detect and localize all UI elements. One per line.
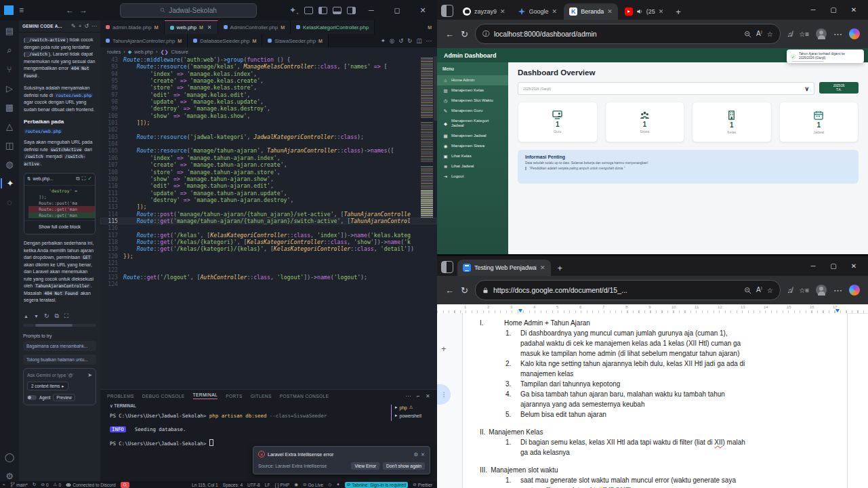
maximize-button[interactable]: ◻ [387,6,407,15]
close-tab-icon[interactable]: ✕ [659,8,664,15]
settings-more-icon[interactable]: ⋯ [833,29,842,39]
redo-icon[interactable]: ↻ [407,37,412,44]
panel-tab-gitlens[interactable]: GITLENS [251,394,272,399]
status-item[interactable]: ◉ [294,482,298,487]
horizontal-scrollbar[interactable] [23,324,96,327]
minimap[interactable] [421,58,433,274]
close-tab-icon[interactable]: ✕ [552,8,558,15]
split-editor-icon[interactable]: ◫ [416,37,421,44]
breadcrumb-folder[interactable]: routes [107,49,121,55]
editor-tab-kelaskategoricontroller-php[interactable]: KelasKategoriController.php [291,20,375,34]
refresh-icon[interactable]: ↻ [461,285,468,296]
browser-essentials-icon[interactable]: ♫̸ [787,30,793,38]
stat-card-guru[interactable]: 1Guru [518,102,598,142]
code-line[interactable]: 112 'destroy' => 'manage.tahun-ajaran.de… [100,197,437,203]
code-line[interactable]: 110 'edit' => 'manage.tahun-ajaran.edit'… [100,182,437,189]
more-icon[interactable]: ⋯ [426,37,432,44]
code-line[interactable]: 115 Route::get('manage/tahun-ajaran/{tah… [100,218,437,224]
status-item[interactable]: ⊘Tabnine: Sign-in is required [345,482,408,488]
terminal-process-powershell[interactable]: ▸powershell [395,413,434,418]
docker-icon[interactable]: ◍ [1,159,18,169]
code-line[interactable]: 117 Route::get('/kelas', [KelasKategoriC… [100,232,437,239]
status-item[interactable]: ⊘0 [41,482,48,487]
code-line[interactable]: 101 ]]); [100,119,437,126]
code-line[interactable]: 97 'edit' => 'manage.kelas.edit', [100,92,437,98]
stat-card-jadwal[interactable]: 1Jadwal [779,102,859,142]
close-button[interactable]: ✕ [844,262,864,270]
breadcrumb-file[interactable]: web.php [134,49,153,55]
tab-google[interactable]: Google✕ [512,3,563,20]
code-line[interactable]: 119 Route::get('/kelas/{kategori}/{kelas… [100,245,437,252]
terminal-process-php[interactable]: ▸php⚠ [395,405,434,410]
terminal-section-label[interactable]: ∨ TERMINAL [100,402,437,409]
close-tab-icon[interactable]: ✕ [500,8,505,15]
more-icon[interactable]: ⋯ [91,23,97,29]
sidebar-item-manajemen-kategori-jadwal[interactable]: ◆Manajemen Kategori Jadwal [437,116,508,131]
status-item[interactable]: ◇ [328,482,331,487]
file-link[interactable]: routes/web.php [54,93,93,98]
source-control-icon[interactable]: ⑂ [1,64,18,75]
terminal-output[interactable]: PS C:\Users\User\Jadwal-Sekolah> php art… [100,409,437,447]
code-line[interactable]: 100 'show' => 'manage.kelas.show', [100,113,437,119]
copilot-icon[interactable] [849,28,860,39]
tab-docs[interactable]: Testing Web Penjadwalan - Goog ✕ [457,260,551,276]
code-line[interactable]: 93 Route::resource('manage/kelas', Manag… [100,63,437,70]
code-line[interactable]: 103 Route::resource('jadwal-kategori', J… [100,134,437,140]
new-tab-button[interactable]: + [552,263,569,273]
status-item[interactable]: Ln 115, Col 1 [192,483,218,487]
close-button[interactable]: ✕ [413,6,433,15]
minimize-button[interactable]: ─ [803,262,823,270]
code-line[interactable]: 121 [100,260,437,266]
extensions-icon[interactable]: ▦ [1,102,18,113]
sparkle-icon[interactable]: ✦ [381,37,386,44]
code-line[interactable]: 96 'store' => 'manage.kelas.store', [100,84,437,91]
expand-icon[interactable]: ⛶ [64,312,68,320]
close-icon[interactable]: ✕ [421,451,425,458]
toggle-secondary-sidebar-icon[interactable] [347,7,356,14]
close-panel-icon[interactable]: ✕ [426,393,430,399]
code-line[interactable]: 102 [100,126,437,133]
code-line[interactable]: 106 'index' => 'manage.tahun-ajaran.inde… [100,155,437,161]
settings-more-icon[interactable]: ⋯ [833,285,842,296]
url-field[interactable]: ⓘ localhost:8000/dashboard/admin A) ☆ [475,24,781,44]
copy-icon[interactable]: ⧉ [76,176,80,183]
status-item[interactable]: LF [265,483,270,487]
account-icon[interactable]: ◯ [1,452,18,462]
status-item[interactable]: ↻ [33,482,37,487]
tab-zayzay9[interactable]: zayzay9✕ [457,3,511,20]
close-tab-icon[interactable]: ✕ [540,264,545,271]
status-item[interactable]: ⚠0 [54,482,62,487]
settings-icon[interactable]: ⚙ [1,471,18,481]
chat-icon[interactable]: ◌ [1,197,18,207]
maximize-button[interactable]: ▢ [823,6,844,14]
code-editor[interactable]: 43Route::middleware('auth:web')->group(f… [100,56,437,390]
tahun-ajaran-badge-button[interactable]: 2025/26 T.A. [819,82,859,94]
stat-card-siswa[interactable]: 1Siswa [605,102,685,142]
sidebar-item-manajemen-guru[interactable]: ✎Manajemen Guru [437,106,508,116]
copy-icon[interactable]: ⧉ [54,312,58,320]
maximize-button[interactable]: ▢ [823,262,844,270]
testing-icon[interactable]: △ [1,121,18,131]
close-button[interactable]: ✕ [844,6,864,14]
open-icon[interactable]: ⛶ [82,176,86,183]
status-item[interactable]: ⊘Prettier [413,482,432,487]
code-line[interactable]: 109 'show' => 'manage.tahun-ajaran.show'… [100,176,437,182]
search-icon[interactable]: ⌕ [1,45,18,56]
status-item[interactable]: UTF-8 [247,483,260,487]
show-full-code-button[interactable]: Show full code block [24,220,95,235]
sidebar-item-manajemen-siswa[interactable]: ◉Manajemen Siswa [437,141,508,151]
context-items-button[interactable]: 2 context items▸ [27,382,68,390]
code-line[interactable]: 94 'index' => 'manage.kelas.index', [100,70,437,77]
close-tab-icon[interactable]: ✕ [207,24,212,30]
editor-tab-databaseseeder-php[interactable]: DatabaseSeeder.phpM [188,34,262,47]
collapse-icon[interactable]: ⇅ [27,176,30,183]
database-icon[interactable]: ◫ [1,140,18,150]
editor-tab-tahunajarancontroller-php[interactable]: TahunAjaranController.phpM [100,34,188,47]
panel-tab-ports[interactable]: PORTS [226,394,243,399]
status-item[interactable]: ⌁ [3,482,5,487]
security-search-icon[interactable] [121,482,129,488]
dont-show-again-button[interactable]: Don't show again [383,462,425,470]
sidebar-item-manajemen-slot-waktu[interactable]: ◷Manajemen Slot Waktu [437,96,508,106]
stat-card-kelas[interactable]: 1Kelas [692,102,772,142]
new-tab-button[interactable]: + [670,7,686,17]
